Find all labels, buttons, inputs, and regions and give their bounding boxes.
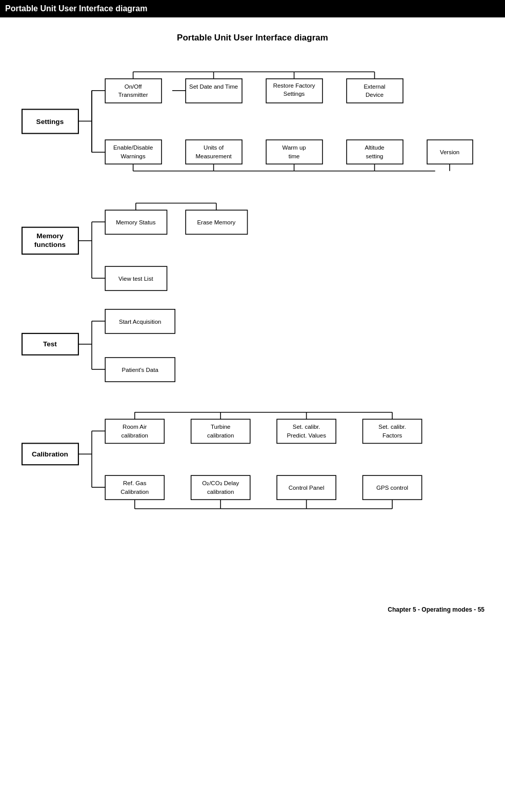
turbine-label1: Turbine xyxy=(210,424,230,430)
set-calibr-predict-label2: Predict. Values xyxy=(287,432,326,439)
o2-co2-label1: O₂/CO₂ Delay xyxy=(202,480,239,486)
restore-factory-label2: Settings xyxy=(283,91,305,97)
on-off-transmitter-label2: Transmitter xyxy=(118,92,148,98)
set-calibr-factors-label2: Factors xyxy=(382,432,402,439)
settings-label: Settings xyxy=(36,118,64,126)
warm-up-label1: Warm up xyxy=(282,144,306,151)
set-calibr-predict-label1: Set. calibr. xyxy=(292,424,320,430)
set-date-label: Set Date and Time xyxy=(189,84,237,90)
start-acquisition-label: Start Acquisition xyxy=(118,319,160,325)
external-device-box xyxy=(347,79,403,103)
units-label2: Measurement xyxy=(195,153,232,159)
set-calibr-factors-box xyxy=(362,419,421,443)
units-label1: Units of xyxy=(204,144,224,151)
memory-label1: Memory xyxy=(36,232,64,240)
altitude-label2: setting xyxy=(366,153,383,159)
version-label: Version xyxy=(439,149,459,155)
on-off-transmitter-box xyxy=(105,79,161,103)
footer-text: Chapter 5 - Operating modes - 55 xyxy=(388,606,484,613)
warm-up-label2: time xyxy=(288,153,299,159)
set-calibr-factors-label1: Set. calibr. xyxy=(378,424,406,430)
altitude-box xyxy=(347,140,403,164)
ref-gas-box xyxy=(105,475,164,499)
turbine-label2: calibration xyxy=(207,432,233,439)
diagram-title: Portable Unit User Interface diagram xyxy=(15,33,490,43)
o2-co2-box xyxy=(191,475,250,499)
room-air-label1: Room Air xyxy=(123,424,147,430)
footer: Chapter 5 - Operating modes - 55 xyxy=(15,606,490,613)
gps-control-label: GPS control xyxy=(376,485,408,491)
view-test-list-label: View test List xyxy=(118,276,153,282)
memory-label2: functions xyxy=(34,241,65,248)
on-off-transmitter-label: On/Off xyxy=(124,84,142,90)
ref-gas-label2: Calibration xyxy=(120,489,149,495)
enable-disable-box xyxy=(105,140,161,164)
enable-disable-label1: Enable/Disable xyxy=(113,144,152,151)
erase-memory-label: Erase Memory xyxy=(197,219,235,225)
o2-co2-label2: calibration xyxy=(207,489,233,495)
external-device-label1: External xyxy=(363,84,385,90)
ref-gas-label1: Ref. Gas xyxy=(123,480,147,486)
calibration-label: Calibration xyxy=(31,450,68,458)
units-measurement-box xyxy=(186,140,242,164)
header-bar: Portable Unit User Interface diagram xyxy=(0,0,505,17)
external-device-label2: Device xyxy=(365,92,383,98)
patients-data-label: Patient's Data xyxy=(122,367,158,373)
control-panel-label: Control Panel xyxy=(288,485,324,491)
room-air-label2: calibration xyxy=(121,432,148,439)
restore-factory-label1: Restore Factory xyxy=(273,82,315,89)
turbine-box xyxy=(191,419,250,443)
memory-status-label: Memory Status xyxy=(116,219,156,225)
set-date-time-box xyxy=(186,79,242,103)
warm-up-box xyxy=(266,140,322,164)
altitude-label1: Altitude xyxy=(365,144,384,151)
header-title: Portable Unit User Interface diagram xyxy=(5,4,147,13)
test-label: Test xyxy=(43,340,56,348)
enable-disable-label2: Warnings xyxy=(120,153,145,159)
set-calibr-predict-box xyxy=(277,419,336,443)
room-air-box xyxy=(105,419,164,443)
